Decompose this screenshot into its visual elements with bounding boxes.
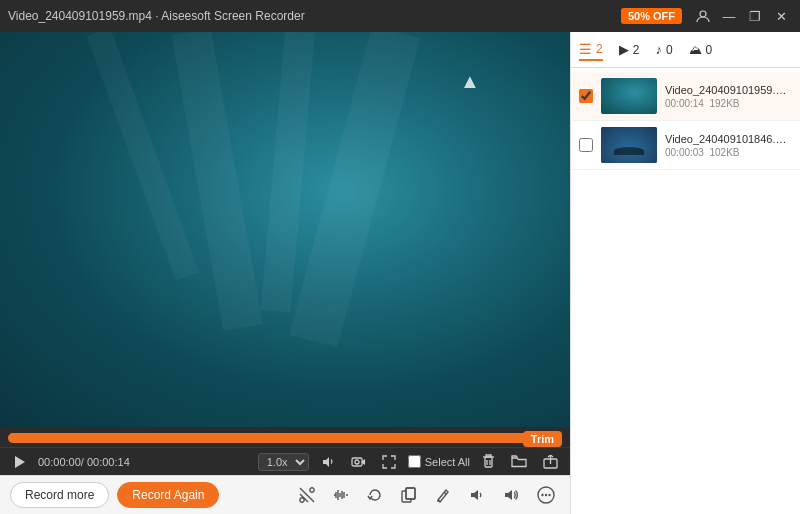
more-tools-button[interactable]: [532, 483, 560, 507]
right-panel: ☰ 2 ▶ 2 ♪ 0 ⛰ 0: [570, 32, 800, 514]
audio-tab-icon: ♪: [655, 42, 662, 57]
copy-frames-button[interactable]: [396, 484, 422, 506]
svg-marker-28: [505, 490, 512, 500]
right-tabs: ☰ 2 ▶ 2 ♪ 0 ⛰ 0: [571, 32, 800, 68]
delete-button[interactable]: [478, 452, 499, 471]
svg-point-13: [300, 498, 304, 502]
close-btn[interactable]: ✕: [770, 5, 792, 27]
cut-tool-button[interactable]: [294, 484, 320, 506]
svg-point-30: [541, 494, 543, 496]
export-button[interactable]: [539, 453, 562, 471]
cursor-indicator: ▲: [460, 70, 480, 93]
svg-point-5: [355, 460, 359, 464]
progress-bar[interactable]: [8, 433, 562, 443]
promo-badge[interactable]: 50% OFF: [621, 8, 682, 24]
time-total: 00:00:14: [87, 456, 130, 468]
titlebar-controls: 50% OFF — ❐ ✕: [621, 5, 792, 27]
select-all-label[interactable]: Select All: [425, 456, 470, 468]
tab-image-count: 0: [706, 43, 713, 57]
restore-btn[interactable]: ❐: [744, 5, 766, 27]
play-button[interactable]: [8, 453, 30, 471]
file-thumbnail-2: [601, 127, 657, 163]
titlebar-left: Video_240409101959.mp4 · Aiseesoft Scree…: [8, 9, 305, 23]
trim-button[interactable]: Trim: [523, 431, 562, 447]
video-tab-icon: ▶: [619, 42, 629, 57]
time-display: 00:00:00/ 00:00:14: [38, 456, 130, 468]
tab-video[interactable]: ▶ 2: [619, 40, 640, 59]
svg-marker-2: [323, 457, 329, 467]
app-title: Video_240409101959.mp4 · Aiseesoft Scree…: [8, 9, 305, 23]
video-background: ▲: [0, 32, 570, 427]
progress-fill: [8, 433, 545, 443]
file-info-2: Video_240409101846.mp4 00:00:03 102KB: [665, 133, 792, 158]
tab-all[interactable]: ☰ 2: [579, 39, 603, 61]
svg-line-11: [300, 488, 314, 502]
tab-image[interactable]: ⛰ 0: [689, 40, 713, 59]
speed-select[interactable]: 0.5x 1.0x 1.5x 2.0x: [258, 453, 309, 471]
fullscreen-button[interactable]: [378, 453, 400, 471]
file-meta-1: 00:00:14 192KB: [665, 98, 792, 109]
list-icon: ☰: [579, 41, 592, 57]
file-checkbox-1[interactable]: [579, 89, 593, 103]
tab-video-count: 2: [633, 43, 640, 57]
select-all-checkbox[interactable]: [408, 455, 421, 468]
loop-button[interactable]: [362, 484, 388, 506]
file-checkbox-2[interactable]: [579, 138, 593, 152]
svg-point-32: [548, 494, 550, 496]
bottom-action-bar: Record more Record Again: [0, 475, 570, 514]
svg-marker-27: [471, 490, 478, 500]
svg-marker-1: [15, 456, 25, 468]
svg-point-14: [310, 488, 314, 492]
text-edit-button[interactable]: [430, 484, 456, 506]
volume-up-button[interactable]: [498, 484, 524, 506]
folder-open-button[interactable]: [507, 453, 531, 470]
svg-point-0: [700, 11, 706, 17]
file-name-2: Video_240409101846.mp4: [665, 133, 792, 145]
record-more-button[interactable]: Record more: [10, 482, 109, 508]
svg-rect-6: [485, 457, 492, 467]
user-icon-btn[interactable]: [692, 5, 714, 27]
list-item[interactable]: Video_240409101959.mp4 00:00:14 192KB: [571, 72, 800, 121]
audio-wave-button[interactable]: [328, 484, 354, 506]
timeline-area: Trim: [0, 427, 570, 447]
file-meta-2: 00:00:03 102KB: [665, 147, 792, 158]
svg-rect-3: [352, 458, 362, 466]
svg-rect-23: [406, 488, 415, 499]
tab-audio-count: 0: [666, 43, 673, 57]
image-tab-icon: ⛰: [689, 42, 702, 57]
camera-button[interactable]: [347, 453, 370, 471]
titlebar: Video_240409101959.mp4 · Aiseesoft Scree…: [0, 0, 800, 32]
minimize-btn[interactable]: —: [718, 5, 740, 27]
tab-all-count: 2: [596, 42, 603, 56]
video-preview: ▲: [0, 32, 570, 427]
file-thumbnail-1: [601, 78, 657, 114]
select-all-area: Select All: [408, 455, 470, 468]
volume-down-button[interactable]: [464, 484, 490, 506]
file-info-1: Video_240409101959.mp4 00:00:14 192KB: [665, 84, 792, 109]
controls-bar: 00:00:00/ 00:00:14 0.5x 1.0x 1.5x 2.0x: [0, 447, 570, 475]
tab-audio[interactable]: ♪ 0: [655, 40, 672, 59]
left-panel: ▲ Trim 00:00:00/ 00:00:14 0.5x: [0, 32, 570, 514]
main-layout: ▲ Trim 00:00:00/ 00:00:14 0.5x: [0, 32, 800, 514]
list-item[interactable]: Video_240409101846.mp4 00:00:03 102KB: [571, 121, 800, 170]
time-current: 00:00:00: [38, 456, 81, 468]
svg-point-31: [545, 494, 547, 496]
file-name-1: Video_240409101959.mp4: [665, 84, 792, 96]
svg-line-25: [444, 492, 446, 494]
record-again-button[interactable]: Record Again: [117, 482, 219, 508]
volume-button[interactable]: [317, 453, 339, 471]
file-list: Video_240409101959.mp4 00:00:14 192KB Vi…: [571, 68, 800, 514]
